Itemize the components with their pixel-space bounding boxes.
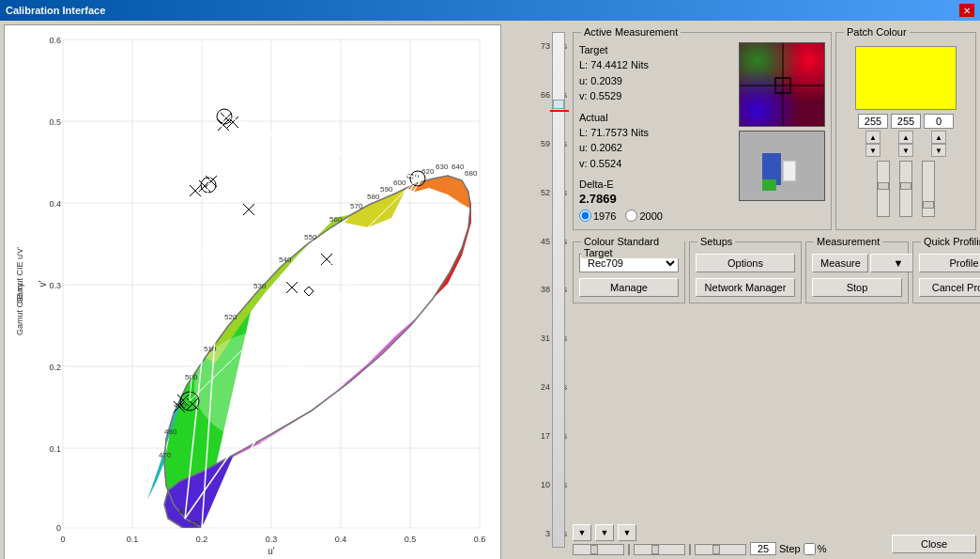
- r-down-button[interactable]: ▼: [865, 144, 880, 157]
- right-main-panel: Active Measurement Target L: 74.4412 Nit…: [573, 24, 976, 555]
- setups-group: Setups Options Network Manager: [689, 241, 802, 303]
- h-slider-1[interactable]: [573, 544, 624, 555]
- target-v: v: 0.5529: [579, 88, 735, 104]
- h-divider: [628, 544, 630, 555]
- radio-1976-label[interactable]: 1976: [579, 210, 616, 222]
- profile-button[interactable]: Profile: [919, 254, 980, 272]
- quick-profiling-group: Quick Profiling Profile Cancel Profile: [912, 241, 980, 303]
- bottom-controls-row: ▼ ▼ ▼: [573, 522, 976, 555]
- nits-indicator: [550, 110, 569, 112]
- svg-text:0.3: 0.3: [266, 535, 278, 544]
- r-input[interactable]: [858, 114, 888, 129]
- gamut-svg: [740, 43, 825, 127]
- colour-standard-group: Colour Standard Target Rec709 Manage: [573, 241, 685, 303]
- v-slider-2[interactable]: [899, 161, 912, 217]
- b-up-button[interactable]: ▲: [931, 131, 946, 144]
- colour-standard-title: Colour Standard Target: [581, 236, 684, 258]
- actual-label: Actual: [579, 112, 735, 123]
- svg-text:570: 570: [350, 202, 363, 210]
- patch-colour-title: Patch Colour: [844, 26, 910, 38]
- svg-text:630: 630: [436, 163, 449, 171]
- step-input[interactable]: [750, 542, 776, 555]
- svg-text:550: 550: [304, 233, 317, 241]
- arrow-down-1[interactable]: ▼: [573, 524, 591, 541]
- nits-scale-panel: 73 Nits 66 Nits 59 Nits 52 Nits 45 Nits …: [505, 24, 569, 555]
- gamut-bg: [740, 43, 824, 126]
- arrow-down-2[interactable]: ▼: [595, 524, 614, 541]
- svg-text:0.1: 0.1: [49, 444, 61, 454]
- h-divider-2: [689, 544, 691, 555]
- svg-marker-38: [433, 192, 471, 299]
- svg-text:470: 470: [159, 451, 172, 459]
- deltae-value: 2.7869: [579, 192, 735, 206]
- step-controls: Step %: [750, 542, 826, 555]
- radio-1976-text: 1976: [593, 210, 616, 222]
- percent-label[interactable]: %: [804, 543, 827, 555]
- target-u: u: 0.2039: [579, 73, 735, 89]
- svg-text:u': u': [268, 546, 275, 556]
- options-button[interactable]: Options: [696, 254, 795, 272]
- svg-text:0.6: 0.6: [49, 36, 61, 45]
- h-sliders-row: [573, 544, 746, 555]
- window-title: Calibration Interface: [6, 5, 105, 16]
- h-slider-3[interactable]: [695, 544, 746, 555]
- measure-button[interactable]: Measure: [812, 254, 868, 272]
- svg-text:0: 0: [56, 523, 61, 533]
- svg-text:0.5: 0.5: [49, 117, 61, 127]
- v-slider-3[interactable]: [922, 161, 935, 217]
- svg-text:600: 600: [393, 179, 406, 187]
- g-spinners: ▲ ▼: [898, 131, 913, 157]
- am-visuals: [739, 42, 825, 224]
- svg-text:0.2: 0.2: [196, 535, 208, 544]
- svg-text:590: 590: [380, 185, 393, 194]
- svg-text:560: 560: [329, 215, 343, 224]
- g-down-button[interactable]: ▼: [898, 144, 913, 157]
- v-slider-1[interactable]: [877, 161, 890, 217]
- measure-row: Measure ▼: [812, 254, 902, 272]
- svg-text:620: 620: [421, 167, 435, 176]
- actual-v: v: 0.5524: [579, 156, 735, 172]
- am-data: Target L: 74.4412 Nits u: 0.2039 v: 0.55…: [579, 42, 735, 224]
- r-column: ▲ ▼: [858, 114, 888, 157]
- title-bar: Calibration Interface ✕: [0, 0, 980, 21]
- actual-image: [739, 131, 825, 201]
- r-up-button[interactable]: ▲: [865, 131, 880, 144]
- setups-title: Setups: [697, 236, 735, 247]
- svg-text:0: 0: [60, 535, 65, 544]
- percent-checkbox[interactable]: [804, 543, 816, 555]
- r-spinners: ▲ ▼: [865, 131, 880, 157]
- deltae-section: Delta-E 2.7869 1976 2000: [579, 177, 735, 224]
- top-row: Active Measurement Target L: 74.4412 Nit…: [573, 24, 976, 230]
- bottom-groups: Colour Standard Target Rec709 Manage Set…: [573, 234, 976, 303]
- svg-marker-65: [185, 124, 424, 519]
- svg-text:0.1: 0.1: [127, 535, 139, 544]
- svg-text:0.6: 0.6: [474, 535, 486, 544]
- radio-2000[interactable]: [625, 210, 637, 222]
- network-manager-button[interactable]: Network Manager: [696, 278, 795, 297]
- radio-group: 1976 2000: [579, 210, 735, 222]
- b-input[interactable]: [924, 114, 954, 129]
- quick-profiling-title: Quick Profiling: [921, 236, 980, 247]
- manage-button[interactable]: Manage: [579, 278, 679, 297]
- window-close-button[interactable]: ✕: [959, 4, 974, 17]
- deltae-label: Delta-E: [579, 179, 735, 190]
- radio-1976[interactable]: [579, 210, 591, 222]
- svg-text:640: 640: [452, 163, 465, 171]
- svg-line-97: [224, 116, 418, 179]
- g-column: ▲ ▼: [891, 114, 921, 157]
- stop-button[interactable]: Stop: [812, 278, 902, 297]
- rgb-row: ▲ ▼ ▲ ▼ ▲: [842, 114, 970, 157]
- close-container: Close: [892, 535, 976, 555]
- g-input[interactable]: [891, 114, 921, 129]
- arrow-controls: ▼ ▼ ▼: [573, 522, 746, 555]
- close-button[interactable]: Close: [892, 535, 976, 553]
- b-down-button[interactable]: ▼: [931, 144, 946, 157]
- gamut-image: [739, 42, 825, 127]
- cancel-profile-button[interactable]: Cancel Profile: [919, 278, 980, 297]
- svg-point-41: [194, 331, 345, 443]
- h-slider-2[interactable]: [634, 544, 685, 555]
- patch-colour-swatch: [855, 46, 957, 110]
- arrow-down-3[interactable]: ▼: [618, 524, 636, 541]
- g-up-button[interactable]: ▲: [898, 131, 913, 144]
- radio-2000-label[interactable]: 2000: [625, 210, 662, 222]
